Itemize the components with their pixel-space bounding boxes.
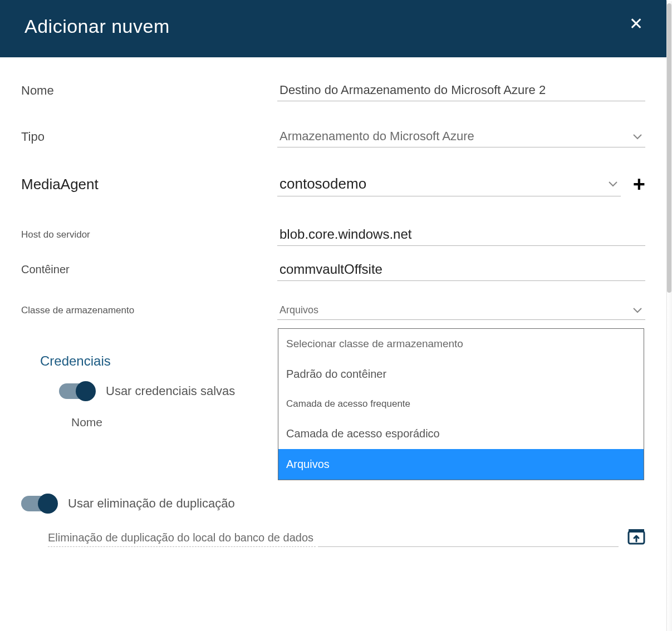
scrollbar-thumb[interactable]: [667, 3, 671, 293]
close-icon[interactable]: ✕: [629, 16, 643, 32]
toggle-saved-credentials-label: Usar credenciais salvas: [106, 384, 235, 398]
storage-class-option-selected[interactable]: Arquivos: [278, 449, 644, 480]
label-name: Nome: [21, 83, 277, 98]
credentials-name-label: Nome: [71, 416, 102, 429]
row-type: Tipo: [21, 126, 645, 147]
server-host-input[interactable]: [277, 223, 645, 246]
storage-class-option[interactable]: Padrão do contêiner: [278, 359, 644, 390]
toggle-dedup[interactable]: [21, 496, 57, 511]
svg-rect-1: [629, 529, 644, 533]
row-storage-class: Classe de armazenamento: [21, 301, 645, 320]
dedup-db-location-row: Eliminação de duplicação do local do ban…: [48, 528, 645, 547]
scrollbar-track[interactable]: [666, 1, 672, 631]
row-mediaagent: MediaAgent +: [21, 172, 645, 196]
dedup-db-location-label: Eliminação de duplicação do local do ban…: [48, 531, 316, 547]
modal-body: Nome Tipo MediaAgent: [0, 57, 666, 558]
type-select[interactable]: [277, 126, 645, 147]
mediaagent-select-value[interactable]: [277, 172, 621, 196]
row-name: Nome: [21, 80, 645, 101]
toggle-saved-credentials[interactable]: [59, 383, 95, 399]
label-server-host: Host do servidor: [21, 229, 277, 240]
label-container: Contêiner: [21, 263, 277, 276]
row-container: Contêiner: [21, 258, 645, 281]
storage-class-select[interactable]: [277, 301, 645, 320]
add-mediaagent-button[interactable]: +: [633, 174, 645, 195]
dedup-db-location-input[interactable]: [318, 546, 619, 547]
dropdown-header: Selecionar classe de armazenamento: [278, 329, 644, 359]
label-type: Tipo: [21, 130, 277, 144]
container-input[interactable]: [277, 258, 645, 281]
storage-class-option[interactable]: Camada de acesso frequente: [278, 390, 644, 418]
browse-icon[interactable]: [627, 528, 645, 547]
row-server-host: Host do servidor: [21, 223, 645, 246]
storage-class-value[interactable]: [277, 301, 645, 320]
dedup-section: Usar eliminação de duplicação Eliminação…: [21, 496, 645, 547]
name-input[interactable]: [277, 80, 645, 101]
mediaagent-select[interactable]: [277, 172, 621, 196]
storage-class-dropdown: Selecionar classe de armazenamento Padrã…: [278, 328, 644, 480]
toggle-dedup-row: Usar eliminação de duplicação: [21, 496, 645, 511]
type-select-value[interactable]: [277, 126, 645, 147]
modal-title: Adicionar nuvem: [24, 16, 642, 37]
storage-class-option[interactable]: Camada de acesso esporádico: [278, 418, 644, 449]
label-mediaagent: MediaAgent: [21, 176, 277, 193]
add-cloud-modal: Adicionar nuvem ✕ Nome Tipo MediaAgent: [0, 0, 666, 558]
modal-header: Adicionar nuvem ✕: [0, 0, 666, 57]
toggle-dedup-label: Usar eliminação de duplicação: [68, 496, 235, 511]
label-storage-class: Classe de armazenamento: [21, 305, 277, 316]
